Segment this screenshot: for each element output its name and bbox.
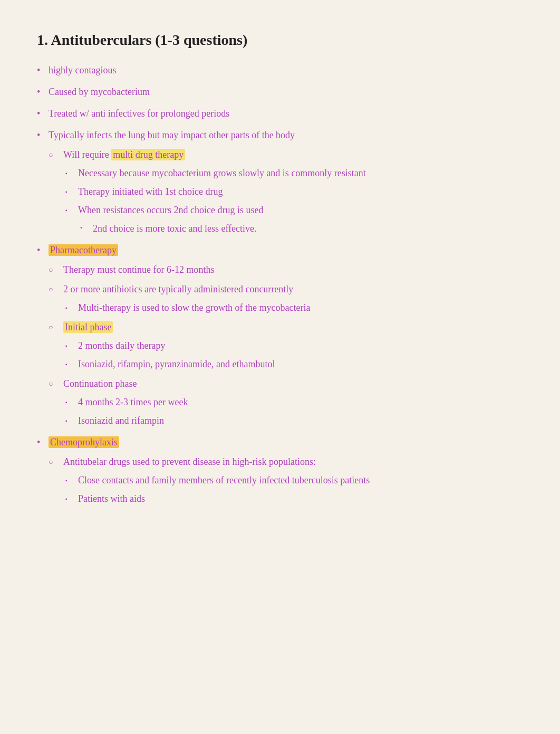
sub-sub-item-5-4-2: Isoniazid and rifampin [63, 414, 523, 428]
sub-list-4: Will require multi drug therapy Necessar… [49, 148, 523, 236]
sub-sub-item-6-1-2: Patients with aids [63, 492, 523, 506]
sub-sub-item-4-1-1: Necessary because mycobacterium grows sl… [63, 166, 523, 180]
sub-item-5-4: Continuation phase 4 months 2-3 times pe… [49, 377, 523, 428]
list-item-2-text: Caused by mycobacterium [49, 87, 150, 97]
list-item-3-text: Treated w/ anti infectives for prolonged… [49, 108, 229, 119]
page-title: 1. Antituberculars (1-3 questions) [37, 32, 523, 49]
sub-item-5-1: Therapy must continue for 6-12 months [49, 263, 523, 277]
main-list: highly contagious Caused by mycobacteriu… [37, 63, 523, 506]
sub-sub-item-5-3-1-text: 2 months daily therapy [78, 340, 165, 351]
sub-item-5-1-text: Therapy must continue for 6-12 months [63, 264, 214, 275]
sub-sub-item-5-4-1: 4 months 2-3 times per week [63, 395, 523, 409]
sub-sub-item-6-1-1: Close contacts and family members of rec… [63, 473, 523, 488]
sub-item-5-2: 2 or more antibiotics are typically admi… [49, 282, 523, 315]
sub-sub-item-5-2-1-text: Multi-therapy is used to slow the growth… [78, 302, 310, 313]
list-item-2: Caused by mycobacterium [37, 85, 523, 99]
sub-item-5-4-text: Continuation phase [63, 378, 137, 389]
sub-sub-item-4-1-2: Therapy initiated with 1st choice drug [63, 185, 523, 199]
highlight-initial-phase: Initial phase [63, 321, 113, 333]
sub-sub-sub-item-1-text: 2nd choice is more toxic and less effect… [93, 223, 257, 234]
sub-sub-list-6-1: Close contacts and family members of rec… [63, 473, 523, 506]
sub-sub-item-5-4-1-text: 4 months 2-3 times per week [78, 397, 188, 407]
sub-sub-item-4-1-1-text: Necessary because mycobacterium grows sl… [78, 168, 366, 178]
list-item-5: Pharmacotherapy Therapy must continue fo… [37, 243, 523, 428]
sub-sub-item-5-3-2-text: Isoniazid, rifampin, pyranzinamide, and … [78, 359, 275, 369]
highlight-chemoprohylaxis: Chemoprohylaxis [49, 436, 119, 448]
sub-sub-item-4-1-3: When resistances occurs 2nd choice drug … [63, 203, 523, 236]
list-item-1: highly contagious [37, 63, 523, 78]
sub-sub-item-5-3-1: 2 months daily therapy [63, 339, 523, 353]
list-item-3: Treated w/ anti infectives for prolonged… [37, 107, 523, 121]
sub-sub-list-5-3: 2 months daily therapy Isoniazid, rifamp… [63, 339, 523, 371]
sub-item-6-1-text: Antitubelar drugs used to prevent diseas… [63, 456, 316, 467]
sub-sub-sub-item-1: 2nd choice is more toxic and less effect… [78, 222, 523, 236]
sub-list-5: Therapy must continue for 6-12 months 2 … [49, 263, 523, 428]
sub-sub-item-6-1-2-text: Patients with aids [78, 493, 145, 504]
sub-item-5-2-text: 2 or more antibiotics are typically admi… [63, 284, 293, 294]
highlight-multi-drug: multi drug therapy [111, 149, 185, 160]
sub-sub-list-5-2: Multi-therapy is used to slow the growth… [63, 301, 523, 315]
sub-sub-item-6-1-1-text: Close contacts and family members of rec… [78, 475, 370, 485]
list-item-1-text: highly contagious [49, 65, 117, 75]
highlight-pharmacotherapy: Pharmacotherapy [49, 244, 118, 256]
sub-sub-list-5-4: 4 months 2-3 times per week Isoniazid an… [63, 395, 523, 428]
sub-sub-item-5-2-1: Multi-therapy is used to slow the growth… [63, 301, 523, 315]
sub-sub-sub-list: 2nd choice is more toxic and less effect… [78, 222, 523, 236]
sub-sub-list-4-1: Necessary because mycobacterium grows sl… [63, 166, 523, 236]
sub-list-6: Antitubelar drugs used to prevent diseas… [49, 455, 523, 506]
sub-sub-item-4-1-2-text: Therapy initiated with 1st choice drug [78, 186, 223, 197]
sub-item-6-1: Antitubelar drugs used to prevent diseas… [49, 455, 523, 506]
sub-sub-item-4-1-3-text: When resistances occurs 2nd choice drug … [78, 205, 263, 215]
sub-item-4-1: Will require multi drug therapy Necessar… [49, 148, 523, 236]
list-item-4-text: Typically infects the lung but may impac… [49, 130, 295, 140]
sub-item-5-3: Initial phase 2 months daily therapy Iso… [49, 320, 523, 371]
list-item-4: Typically infects the lung but may impac… [37, 128, 523, 236]
list-item-6: Chemoprohylaxis Antitubelar drugs used t… [37, 435, 523, 506]
sub-sub-item-5-4-2-text: Isoniazid and rifampin [78, 415, 164, 426]
sub-sub-item-5-3-2: Isoniazid, rifampin, pyranzinamide, and … [63, 357, 523, 371]
